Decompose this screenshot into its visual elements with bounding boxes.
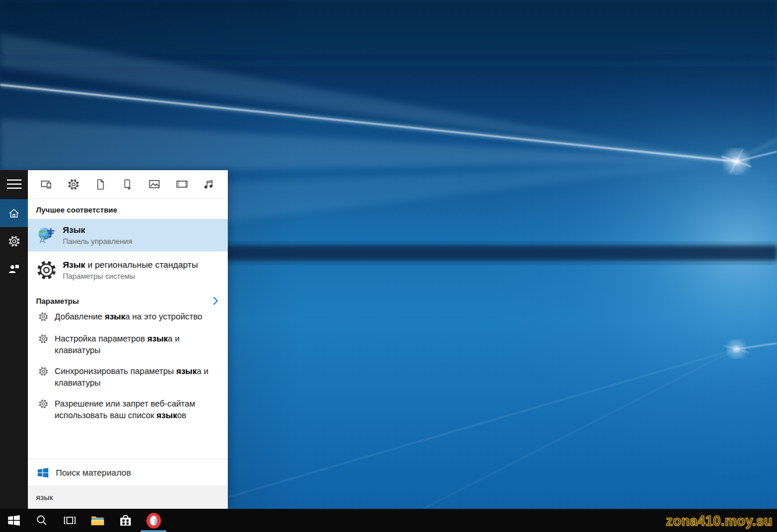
best-match-header: Лучшее соответствие	[28, 199, 228, 219]
search-query-text: язык	[36, 493, 53, 502]
search-filter-row	[28, 170, 228, 199]
setting-item-language-keyboard-options[interactable]: Настройка параметров языка и клавиатуры	[28, 333, 228, 365]
task-view-icon	[63, 513, 77, 527]
settings-header-label: Параметры	[36, 297, 79, 305]
store-icon	[119, 513, 133, 527]
feedback-tab-button[interactable]	[0, 255, 28, 283]
start-search-flyout: Лучшее соответствие	[0, 170, 228, 509]
settings-section-header: Параметры	[28, 289, 228, 311]
gear-icon	[37, 399, 49, 409]
best-match-result[interactable]: A Язык Панель управления	[28, 219, 228, 251]
feedback-person-icon	[8, 263, 20, 275]
task-view-button[interactable]	[56, 509, 84, 532]
filter-settings-button[interactable]	[67, 178, 81, 192]
secondary-result[interactable]: Язык и региональные стандарты Параметры …	[28, 251, 228, 289]
home-icon	[8, 207, 20, 220]
web-search-row[interactable]: Поиск материалов	[28, 459, 228, 486]
hamburger-menu-button[interactable]	[0, 170, 28, 198]
language-control-panel-icon: A	[36, 226, 57, 245]
search-nav-rail	[0, 170, 28, 509]
apps-icon	[40, 178, 53, 191]
filter-apps-button[interactable]	[40, 178, 53, 192]
taskbar: zona410.moy.su	[0, 509, 777, 532]
opera-icon	[146, 513, 161, 529]
start-button[interactable]	[0, 509, 28, 532]
secondary-result-subtitle: Параметры системы	[63, 271, 198, 281]
hamburger-menu-icon	[7, 179, 22, 189]
svg-text:A: A	[39, 235, 45, 245]
gear-icon	[37, 312, 49, 322]
setting-item-website-language-access[interactable]: Разрешение или запрет веб-сайтам использ…	[28, 398, 228, 430]
gear-icon	[37, 366, 49, 376]
web-search-label: Поиск материалов	[56, 468, 131, 477]
store-button[interactable]	[112, 509, 139, 532]
filter-videos-button[interactable]	[175, 178, 189, 192]
opera-button[interactable]	[139, 509, 167, 532]
windows-flag-icon	[37, 467, 49, 479]
settings-gear-icon	[36, 260, 57, 281]
windows-start-icon	[8, 514, 20, 527]
settings-tab-button[interactable]	[0, 227, 28, 255]
gear-icon	[37, 334, 49, 344]
photos-icon	[148, 178, 162, 191]
best-match-title: Язык	[63, 224, 132, 235]
settings-gear-icon	[8, 235, 20, 247]
file-explorer-icon	[90, 513, 105, 528]
settings-filter-icon	[67, 178, 80, 190]
folder-icon	[121, 178, 134, 190]
videos-icon	[176, 178, 189, 191]
secondary-result-title: Язык и региональные стандарты	[63, 259, 198, 270]
windows-desktop: Лучшее соответствие	[0, 0, 777, 532]
filter-folders-button[interactable]	[121, 178, 135, 192]
setting-item-add-language[interactable]: Добавление языка на это устройство	[28, 311, 228, 333]
setting-item-sync-language[interactable]: Синхронизировать параметры языка и клави…	[28, 365, 228, 398]
watermark-text: zona410.moy.su	[666, 513, 772, 529]
file-explorer-button[interactable]	[84, 509, 112, 532]
filter-music-button[interactable]	[202, 178, 216, 192]
home-tab-button[interactable]	[0, 199, 28, 227]
filter-photos-button[interactable]	[148, 178, 162, 192]
music-icon	[203, 178, 215, 190]
taskbar-search-button[interactable]	[28, 509, 56, 532]
filter-documents-button[interactable]	[94, 178, 108, 192]
document-icon	[95, 178, 107, 190]
best-match-subtitle: Панель управления	[63, 236, 132, 246]
search-icon	[35, 514, 48, 527]
search-input[interactable]: язык	[28, 486, 228, 509]
chevron-right-icon[interactable]	[213, 296, 219, 305]
search-results-panel: Лучшее соответствие	[28, 170, 228, 509]
